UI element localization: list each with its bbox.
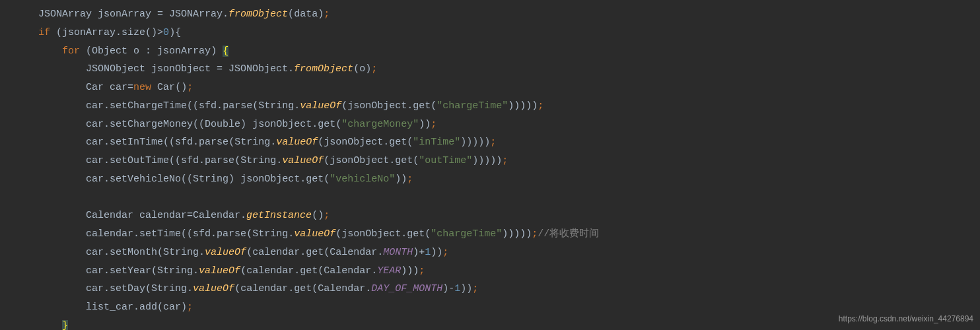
code-line: car.setVehicleNo((String) jsonObject.get… — [38, 170, 980, 189]
code-line: car.setOutTime((sfd.parse(String.valueOf… — [38, 152, 980, 170]
code-line: car.setMonth(String.valueOf(calendar.get… — [38, 244, 980, 262]
watermark: https://blog.csdn.net/weixin_44276894 — [839, 312, 973, 326]
code-line: car.setChargeMoney((Double) jsonObject.g… — [38, 116, 980, 134]
code-line: Calendar calendar=Calendar.getInstance()… — [38, 207, 980, 225]
code-line — [38, 189, 980, 207]
code-line: for (Object o : jsonArray) { — [38, 42, 980, 61]
code-line: calendar.setTime((sfd.parse(String.value… — [38, 225, 980, 244]
code-line: Car car=new Car(); — [38, 79, 980, 97]
code-editor[interactable]: JSONArray jsonArray = JSONArray.fromObje… — [0, 5, 980, 330]
code-line: car.setYear(String.valueOf(calendar.get(… — [38, 262, 980, 280]
code-line: car.setChargeTime((sfd.parse(String.valu… — [38, 97, 980, 116]
code-line: car.setInTime((sfd.parse(String.valueOf(… — [38, 133, 980, 152]
code-line: JSONObject jsonObject = JSONObject.fromO… — [38, 60, 980, 79]
code-line: if (jsonArray.size()>0){ — [38, 24, 980, 42]
code-line: JSONArray jsonArray = JSONArray.fromObje… — [38, 5, 980, 24]
code-line: car.setDay(String.valueOf(calendar.get(C… — [38, 280, 980, 298]
